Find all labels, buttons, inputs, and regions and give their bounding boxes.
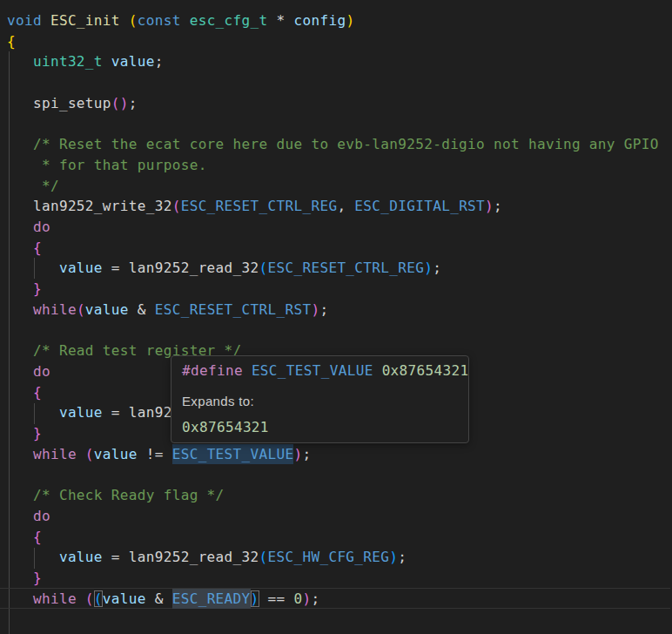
code-token [7,219,33,235]
code-token: */ [42,178,59,194]
code-token: ; [319,301,328,318]
code-token [7,529,33,545]
code-token: } [33,570,42,586]
tooltip-expands-label: Expands to: [182,393,458,409]
code-token: ; [398,549,407,565]
code-token: ( [85,446,94,462]
code-token: value [59,549,103,565]
code-token: ) [302,590,311,607]
code-token: ESC_READY [172,589,251,609]
code-token [7,53,33,70]
code-line[interactable] [7,464,659,485]
code-token: ; [494,198,502,214]
code-token [7,239,33,256]
code-area[interactable]: void ESC_init (const esc_cfg_t * config)… [7,10,659,609]
code-token: 0x87654321 [382,362,469,379]
code-token: * [277,12,294,29]
code-token: lan9252_write_32 [7,198,172,214]
code-line[interactable] [7,114,659,135]
code-token [7,549,59,565]
code-line[interactable]: { [7,238,659,259]
code-token: ) [485,198,494,214]
code-token [7,404,59,421]
code-token: ; [302,446,311,462]
code-line[interactable] [7,320,659,341]
code-line[interactable]: while (value != ESC_TEST_VALUE); [7,444,659,465]
code-token: ( [94,590,103,607]
code-line[interactable]: { [7,31,659,52]
code-token [7,157,42,173]
code-token [7,590,33,607]
code-line[interactable]: uint32_t value; [7,51,659,72]
code-token: & [146,590,172,607]
code-token [7,487,33,503]
code-token: ( [172,198,181,214]
code-line[interactable]: while ((value & ESC_READY) == 0); [7,589,659,610]
code-token: do [33,363,50,380]
code-token: { [33,529,42,545]
code-token: { [7,33,16,50]
code-token: ) [389,549,398,565]
code-token [7,301,33,318]
code-line[interactable]: while(value & ESC_RESET_CTRL_RST); [7,300,659,320]
code-token: ) [293,446,302,462]
code-token: ( [77,301,85,318]
code-line[interactable]: value = lan9252_read_32(ESC_HW_CFG_REG); [7,547,659,568]
code-token: ESC_TEST_VALUE [252,362,382,379]
code-token: void [7,12,50,29]
code-token: ESC_DIGITAL_RST [354,198,485,214]
code-line[interactable]: do [7,217,659,238]
code-editor[interactable]: void ESC_init (const esc_cfg_t * config)… [0,0,672,634]
code-token [7,508,33,524]
code-line[interactable]: /* Check Ready flag */ [7,485,659,506]
code-line[interactable]: } [7,279,659,300]
code-token: uint32_t [33,53,111,70]
code-token [7,178,42,194]
code-token: = lan9252_read_32 [103,260,259,276]
code-token [7,342,33,359]
code-token: ESC_init [50,12,129,29]
code-token: & [129,301,155,318]
code-token: do [33,219,50,235]
code-token: do [33,508,50,524]
code-line[interactable]: * for that purpose. [7,155,659,176]
code-token: ; [311,590,319,607]
code-token [7,260,59,276]
code-token [7,570,33,586]
tooltip-define-line: #define ESC_TEST_VALUE 0x87654321 [182,362,458,379]
code-line[interactable]: spi_setup(); [7,93,659,114]
code-token: while [33,590,77,607]
code-token: ( [259,549,268,565]
code-line[interactable]: value = lan9252_read_32(ESC_RESET_CTRL_R… [7,258,659,279]
code-line[interactable]: do [7,506,659,527]
code-token [7,425,33,442]
code-token [7,280,33,297]
code-token [7,363,33,380]
code-token: , [337,198,354,214]
code-token: } [33,425,42,442]
code-line[interactable]: lan9252_write_32(ESC_RESET_CTRL_REG, ESC… [7,196,659,217]
code-line[interactable] [7,72,659,93]
code-token: = lan92 [103,404,172,421]
code-token: ESC_RESET_CTRL_REG [181,198,338,214]
code-token: value [85,301,129,318]
code-token: value [103,590,146,607]
code-line[interactable]: /* Reset the ecat core here due to evb-l… [7,134,659,155]
code-token: * for that purpose. [42,157,207,173]
code-token: config [293,12,346,29]
code-token: esc_cfg_t [190,12,277,29]
code-token: != [138,446,172,462]
code-line[interactable]: */ [7,176,659,197]
code-token: == [259,590,294,607]
code-token: spi_setup [7,95,111,111]
code-line[interactable]: { [7,527,659,548]
code-token: ) [311,301,319,318]
code-token [7,384,33,401]
code-token: { [33,384,42,401]
code-line[interactable]: } [7,568,659,589]
code-token: { [33,239,42,256]
code-token: ( [259,260,268,276]
code-line[interactable]: void ESC_init (const esc_cfg_t * config) [7,10,659,31]
code-token: ( [129,12,138,29]
code-token [7,446,33,462]
